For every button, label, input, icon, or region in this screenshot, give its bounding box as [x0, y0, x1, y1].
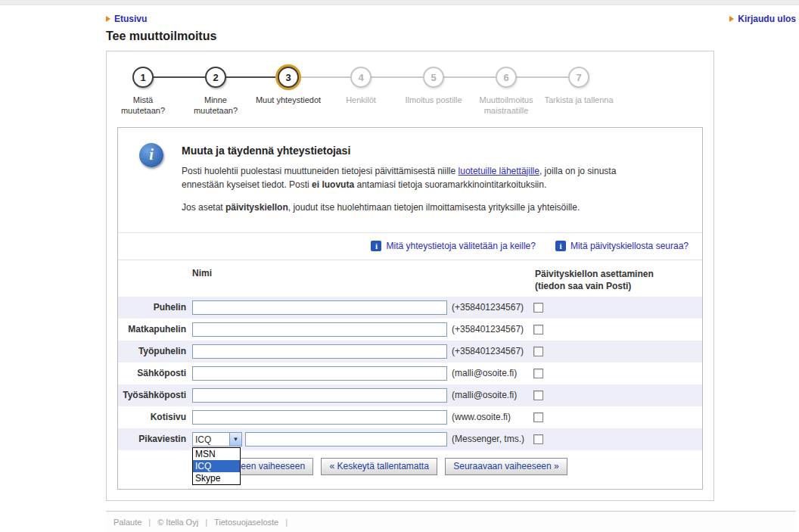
row-label: Sähköposti [118, 368, 186, 378]
intro-paragraph-2: Jos asetat päivityskiellon, joudut itse … [182, 201, 654, 214]
table-row-kotisivu: Kotisivu (www.osoite.fi) [118, 406, 702, 428]
step-1-mista-muutetaan: 1 Mistä muutetaan? [107, 67, 179, 117]
separator: | [205, 518, 207, 527]
step-2-minne-muutetaan: 2 Minne muutetaan? [179, 67, 252, 117]
page-title: Tee muuttoilmoitus [106, 30, 796, 43]
work-phone-input[interactable] [192, 344, 447, 359]
work-email-input[interactable] [192, 388, 447, 403]
page-container: Etusivu Kirjaudu ulos Tee muuttoilmoitus… [106, 5, 796, 532]
trusted-senders-link[interactable]: luotetuille lähettäjille [459, 166, 539, 176]
help-link-label: Mitä yhteystietoja välitetään ja keille? [386, 241, 535, 251]
text: , joudut itse huolehtimaan tietojen ilmo… [288, 202, 580, 213]
update-ban-checkbox[interactable] [533, 434, 543, 444]
step-7-tarkista-ja-tallenna: 7 Tarkista ja tallenna [543, 67, 615, 117]
update-ban-checkbox[interactable] [533, 412, 543, 422]
messenger-option-msn[interactable]: MSN [193, 448, 240, 460]
stepper-steps: 1 Mistä muutetaan? 2 Minne muutetaan? 3 … [107, 62, 615, 117]
step-4-henkilot: 4 Henkilöt [325, 67, 397, 117]
step-label: Muuttoilmoitus maistraatille [471, 95, 541, 117]
format-hint: (Messenger, tms.) [452, 434, 533, 444]
help-link-label: Mitä päivityskiellosta seuraa? [570, 241, 689, 251]
section-heading: Muuta ja täydennä yhteystietojasi [182, 145, 654, 157]
home-link[interactable]: Etusivu [106, 14, 147, 24]
contact-info-panel: i Muuta ja täydennä yhteystietojasi Post… [117, 127, 703, 490]
footer: Palaute | © Itella Oyj | Tietosuojaselos… [106, 511, 796, 532]
step-circle: 7 [568, 67, 589, 88]
format-hint: (+358401234567) [452, 324, 533, 334]
chevron-down-icon[interactable]: ▼ [229, 433, 241, 446]
bold-text: ei luovuta [312, 179, 354, 190]
text: antamiasi tietoja suoramarkkinointitarko… [354, 179, 546, 190]
info-icon: i [139, 143, 163, 167]
step-label: Mistä muutetaan? [120, 95, 166, 117]
step-circle: 1 [132, 67, 154, 88]
copyright-text: © Itella Oyj [157, 518, 198, 527]
text: Posti huolehtii puolestasi muuttuneiden … [182, 166, 459, 176]
update-ban-checkbox[interactable] [533, 303, 543, 313]
info-icon: i [371, 241, 381, 251]
contact-form: Nimi Päivityskiellon asettaminen (tiedon… [118, 260, 702, 489]
step-circle: 5 [423, 67, 444, 88]
logout-link[interactable]: Kirjaudu ulos [729, 14, 796, 24]
text: Jos asetat [182, 202, 225, 213]
topbar: Etusivu Kirjaudu ulos [106, 5, 796, 28]
separator: | [285, 518, 288, 527]
row-label: Työsähköposti [118, 390, 186, 400]
column-header-name: Nimi [192, 268, 535, 292]
wizard-box: 1 Mistä muutetaan? 2 Minne muutetaan? 3 … [106, 51, 714, 501]
logout-link-label: Kirjaudu ulos [738, 14, 796, 24]
intro-paragraph-1: Posti huolehtii puolestasi muuttuneiden … [182, 164, 654, 191]
cancel-without-saving-button[interactable]: « Keskeytä tallentamatta [321, 458, 437, 475]
homepage-input[interactable] [192, 410, 447, 425]
email-input[interactable] [192, 366, 447, 381]
update-ban-checkbox[interactable] [533, 325, 543, 334]
format-hint: (+358401234567) [452, 346, 533, 356]
info-text: Muuta ja täydennä yhteystietojasi Posti … [182, 143, 654, 223]
table-row-pikaviestin: Pikaviestin ICQ ▼ (Messenger, tms.) MSN … [118, 428, 702, 450]
step-6-muuttoilmoitus-maistraatille: 6 Muuttoilmoitus maistraatille [470, 67, 543, 117]
spacer [118, 268, 192, 292]
next-step-button[interactable]: Seuraavaan vaiheeseen » [445, 458, 567, 475]
messenger-input[interactable] [245, 432, 447, 446]
info-icon: i [555, 241, 566, 251]
feedback-link[interactable]: Palaute [113, 518, 141, 527]
column-header-update-ban: Päivityskiellon asettaminen (tiedon saa … [535, 268, 654, 292]
table-row-puhelin: Puhelin (+358401234567) [118, 297, 702, 319]
messenger-option-icq[interactable]: ICQ [193, 460, 240, 472]
wizard-stepper: 1 Mistä muutetaan? 2 Minne muutetaan? 3 … [107, 62, 615, 117]
privacy-policy-link[interactable]: Tietosuojaseloste [214, 518, 278, 527]
format-hint: (+358401234567) [452, 302, 533, 313]
messenger-option-skype[interactable]: Skype [193, 472, 240, 484]
bold-text: päivityskiellon [225, 202, 288, 213]
step-label: Muut yhteystiedot [253, 95, 323, 105]
update-ban-help-link[interactable]: i Mitä päivityskiellosta seuraa? [555, 241, 689, 251]
step-label: Tarkista ja tallenna [544, 95, 614, 105]
messenger-dropdown-list: MSN ICQ Skype [192, 447, 241, 485]
update-ban-checkbox[interactable] [533, 347, 543, 356]
format-hint: (malli@osoite.fi) [452, 390, 533, 400]
format-hint: (www.osoite.fi) [452, 412, 533, 422]
help-links-row: i Mitä yhteystietoja välitetään ja keill… [118, 232, 702, 260]
step-label: Henkilöt [326, 95, 396, 105]
arrow-icon [106, 16, 110, 22]
contact-info-help-link[interactable]: i Mitä yhteystietoja välitetään ja keill… [371, 241, 535, 251]
phone-input[interactable] [192, 300, 447, 315]
form-header: Nimi Päivityskiellon asettaminen (tiedon… [118, 260, 702, 297]
step-5-ilmoitus-postille: 5 Ilmoitus postille [397, 67, 470, 117]
messenger-select[interactable]: ICQ ▼ [192, 432, 242, 446]
home-link-label: Etusivu [114, 14, 147, 24]
update-ban-checkbox[interactable] [533, 369, 543, 378]
step-label: Ilmoitus postille [399, 95, 468, 105]
messenger-select-value: ICQ [193, 433, 229, 446]
mobile-phone-input[interactable] [192, 322, 447, 337]
format-hint: (malli@osoite.fi) [452, 368, 533, 378]
row-label: Matkapuhelin [118, 324, 186, 334]
step-circle: 6 [496, 67, 517, 88]
step-3-muut-yhteystiedot-current: 3 Muut yhteystiedot [252, 67, 325, 117]
top-strip [0, 0, 799, 5]
arrow-icon [729, 16, 734, 22]
info-section: i Muuta ja täydennä yhteystietojasi Post… [118, 128, 702, 226]
step-circle: 2 [205, 67, 226, 88]
update-ban-checkbox[interactable] [533, 390, 543, 400]
separator: | [148, 518, 151, 527]
